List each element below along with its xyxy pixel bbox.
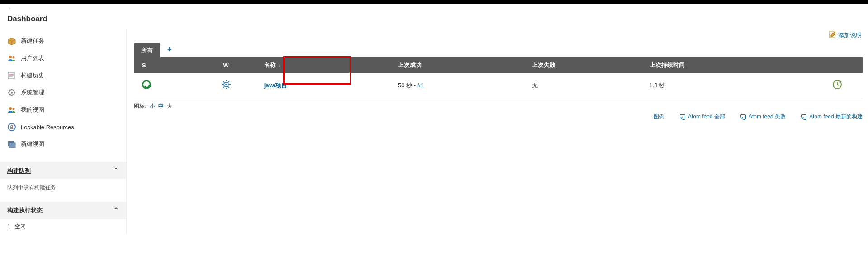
sidebar-item-new-view[interactable]: 新建视图: [0, 136, 126, 153]
icon-size-large[interactable]: 大: [167, 103, 172, 109]
sidebar-item-build-history[interactable]: 构建历史: [0, 67, 126, 84]
lock-icon: [7, 122, 16, 132]
chevron-down-icon: ⌃: [113, 166, 119, 175]
svg-line-14: [9, 95, 10, 96]
svg-point-7: [11, 92, 13, 94]
sidebar-item-label: 用户列表: [21, 54, 44, 62]
tab-label: 所有: [141, 47, 153, 54]
tab-all[interactable]: 所有: [134, 43, 160, 57]
breadcrumb: ›: [0, 4, 868, 14]
last-duration-cell: 1.3 秒: [645, 73, 812, 98]
last-failure-cell: 无: [527, 73, 645, 98]
atom-feed-latest[interactable]: Atom feed 最新的构建: [801, 113, 863, 121]
jobs-table: S W 名称 ↓ 上次成功 上次失败 上次持续时间: [134, 57, 863, 98]
build-queue-body: 队列中没有构建任务: [0, 179, 126, 196]
icon-size-medium[interactable]: 中: [158, 103, 164, 109]
col-last-success[interactable]: 上次成功: [394, 57, 527, 73]
sidebar-item-manage[interactable]: 系统管理: [0, 84, 126, 101]
table-row: java项目 50 秒 - #1 无 1.3 秒: [134, 73, 863, 98]
svg-line-31: [223, 87, 224, 88]
page-title: Dashboard: [0, 14, 868, 29]
box-icon: [7, 37, 16, 46]
sidebar-item-label: 新建任务: [21, 37, 44, 45]
col-last-duration[interactable]: 上次持续时间: [645, 57, 812, 73]
build-queue-title: 构建队列: [7, 167, 31, 175]
sort-indicator-icon: ↓: [277, 63, 280, 68]
sidebar-item-label: 我的视图: [21, 106, 44, 114]
rss-icon: [680, 114, 685, 120]
col-status[interactable]: S: [134, 57, 193, 73]
svg-line-12: [9, 90, 10, 91]
icon-size-small[interactable]: 小: [150, 103, 155, 109]
svg-point-17: [13, 108, 15, 110]
job-link[interactable]: java项目: [264, 82, 287, 89]
col-weather[interactable]: W: [193, 57, 260, 73]
sidebar-item-new-job[interactable]: 新建任务: [0, 33, 126, 50]
svg-line-29: [223, 81, 224, 82]
svg-point-1: [13, 56, 15, 59]
main-content: 添加说明 所有 + S W 名称 ↓: [127, 29, 868, 234]
svg-point-0: [9, 56, 12, 58]
gear-icon: [7, 88, 16, 97]
last-success-cell: 50 秒 - #1: [394, 73, 527, 98]
build-link[interactable]: #1: [417, 82, 424, 89]
svg-point-16: [9, 107, 12, 110]
svg-line-30: [228, 87, 229, 88]
col-name[interactable]: 名称 ↓: [260, 57, 394, 73]
sidebar-item-label: 新建视图: [21, 140, 44, 148]
sidebar-item-label: 系统管理: [21, 89, 44, 97]
svg-line-13: [14, 95, 15, 96]
rss-icon: [740, 114, 746, 120]
add-description-label: 添加说明: [838, 31, 862, 39]
newview-icon: [7, 140, 16, 149]
feed-links: 图例 Atom feed 全部 Atom feed 失败 Atom feed 最…: [134, 113, 863, 121]
chevron-down-icon: ⌃: [113, 206, 119, 215]
executor-num: 1: [7, 223, 10, 230]
pencil-icon: [829, 31, 836, 39]
svg-rect-21: [9, 143, 15, 148]
exec-status-header[interactable]: 构建执行状态 ⌃: [0, 202, 126, 219]
rss-icon: [801, 114, 806, 120]
sidebar: 新建任务 用户列表 构建历史 系统管理: [0, 29, 127, 234]
sidebar-item-lockable[interactable]: Lockable Resources: [0, 118, 126, 136]
tabs: 所有 +: [134, 42, 863, 57]
svg-line-15: [14, 90, 15, 91]
executor-text: 空闲: [15, 223, 26, 230]
sidebar-item-users[interactable]: 用户列表: [0, 50, 126, 67]
atom-feed-all[interactable]: Atom feed 全部: [680, 113, 725, 121]
add-tab-button[interactable]: +: [162, 42, 177, 57]
svg-line-35: [837, 85, 839, 85]
status-success-icon: [142, 80, 151, 89]
sidebar-item-label: Lockable Resources: [21, 124, 74, 131]
svg-point-24: [225, 84, 227, 85]
history-icon: [7, 71, 16, 80]
schedule-build-icon[interactable]: [832, 80, 842, 89]
top-bar: [0, 0, 868, 4]
weather-sunny-icon: [221, 79, 232, 90]
executor-row: 1 空闲: [0, 219, 126, 234]
col-last-failure[interactable]: 上次失败: [527, 57, 645, 73]
svg-line-32: [228, 81, 229, 82]
add-description-link[interactable]: 添加说明: [829, 31, 862, 39]
legend-link[interactable]: 图例: [654, 113, 664, 121]
svg-rect-19: [10, 127, 13, 129]
users-icon: [7, 54, 16, 63]
sidebar-item-label: 构建历史: [21, 71, 44, 80]
breadcrumb-separator: ›: [9, 5, 11, 11]
exec-status-title: 构建执行状态: [7, 207, 43, 215]
atom-feed-fail[interactable]: Atom feed 失败: [740, 113, 786, 121]
sidebar-nav: 新建任务 用户列表 构建历史 系统管理: [0, 29, 126, 156]
build-queue-header[interactable]: 构建队列 ⌃: [0, 162, 126, 179]
users-icon: [7, 105, 16, 114]
build-queue-empty: 队列中没有构建任务: [7, 184, 56, 191]
icon-size-legend: 图标: 小 中 大: [134, 103, 863, 110]
sidebar-item-my-views[interactable]: 我的视图: [0, 101, 126, 118]
